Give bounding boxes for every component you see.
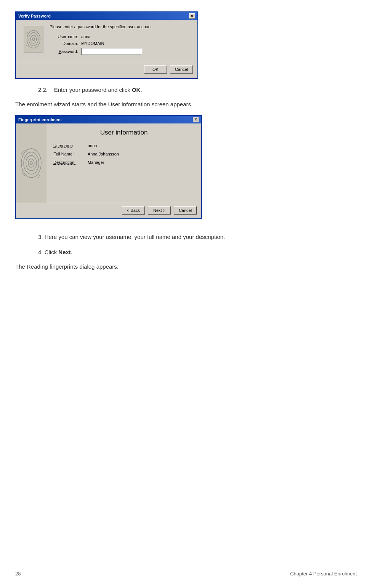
- domain-label: Domain:: [50, 41, 78, 46]
- verify-password-dialog-wrapper: Verify Password ×: [15, 11, 357, 79]
- step-2-2: 2.2. Enter your password and click OK.: [38, 86, 357, 95]
- enrol-right-panel: User information Username: anna Full Nam…: [46, 123, 201, 203]
- username-row: Username: anna: [50, 34, 191, 39]
- verify-password-message: Please enter a password for the specifie…: [50, 24, 191, 29]
- enrolment-para: The enrolment wizard starts and the User…: [15, 100, 357, 109]
- ok-button[interactable]: OK: [144, 65, 167, 74]
- password-input[interactable]: [81, 48, 142, 55]
- step-2-2-text: 2.2. Enter your password and click: [38, 87, 132, 93]
- username-value: anna: [81, 34, 90, 39]
- enrol-username-value: anna: [88, 143, 97, 148]
- verify-password-content: Please enter a password for the specifie…: [50, 24, 191, 57]
- step-4: 4. Click Next.: [38, 248, 357, 257]
- page-footer: 28 Chapter 4 Personal Enrolment: [15, 571, 357, 577]
- enrol-dialog: Fingerprint enrolment ×: [15, 115, 202, 219]
- enrol-cancel-button[interactable]: Cancel: [174, 206, 197, 215]
- verify-password-dialog: Verify Password ×: [15, 11, 198, 79]
- enrol-left-panel: [16, 123, 46, 203]
- enrol-username-access-key: U: [53, 143, 56, 148]
- chapter-label: Chapter 4 Personal Enrolment: [290, 571, 357, 577]
- step-3: 3. Here you can view your username, your…: [38, 233, 357, 242]
- enrol-buttons: < Back Next > Cancel: [16, 203, 201, 218]
- large-fingerprint-icon: [19, 142, 44, 184]
- next-button[interactable]: Next >: [148, 206, 171, 215]
- enrol-description-access-key: D: [53, 160, 56, 165]
- step-4-after: .: [71, 249, 72, 255]
- password-label: Password:: [50, 49, 78, 54]
- domain-row: Domain: MYDOMAIN: [50, 41, 191, 46]
- verify-password-body: Please enter a password for the specifie…: [16, 20, 197, 62]
- step-4-text: 4. Click: [38, 249, 58, 255]
- enrol-title: Fingerprint enrolment: [18, 117, 62, 122]
- enrol-fullname-label: Full Name:: [53, 152, 88, 156]
- step-4-bold: Next: [58, 249, 71, 255]
- verify-password-close-button[interactable]: ×: [189, 13, 195, 19]
- domain-value: MYDOMAIN: [81, 41, 104, 46]
- enrol-fullname-value: Anna Johansson: [88, 152, 119, 156]
- verify-password-title: Verify Password: [18, 14, 51, 18]
- enrol-body: User information Username: anna Full Nam…: [16, 123, 201, 203]
- password-access-key: P: [59, 49, 61, 54]
- page-number: 28: [15, 571, 21, 577]
- enrol-description-label: Description:: [53, 160, 88, 165]
- dialog-icon: [22, 24, 45, 57]
- enrol-username-label: Username:: [53, 143, 88, 148]
- enrol-titlebar: Fingerprint enrolment ×: [16, 116, 201, 123]
- enrol-dialog-wrapper: Fingerprint enrolment ×: [15, 115, 357, 226]
- reading-para: The Reading fingerprints dialog appears.: [15, 262, 357, 271]
- enrol-close-button[interactable]: ×: [193, 117, 199, 122]
- enrol-username-row: Username: anna: [53, 143, 194, 148]
- enrol-fullname-access-key: N: [61, 152, 64, 156]
- step-2-2-bold: OK: [132, 87, 141, 93]
- enrol-fullname-row: Full Name: Anna Johansson: [53, 152, 194, 156]
- step-2-2-after: .: [140, 87, 142, 93]
- enrol-screen-title: User information: [53, 129, 194, 136]
- fingerprint-icon: [24, 26, 43, 53]
- password-row: Password:: [50, 48, 191, 55]
- username-label: Username:: [50, 34, 78, 39]
- enrol-description-row: Description: Manager: [53, 160, 194, 165]
- verify-password-buttons: OK Cancel: [16, 62, 197, 78]
- cancel-button[interactable]: Cancel: [170, 65, 193, 74]
- verify-password-titlebar: Verify Password ×: [16, 12, 197, 20]
- enrol-description-value: Manager: [88, 160, 104, 165]
- back-button[interactable]: < Back: [122, 206, 145, 215]
